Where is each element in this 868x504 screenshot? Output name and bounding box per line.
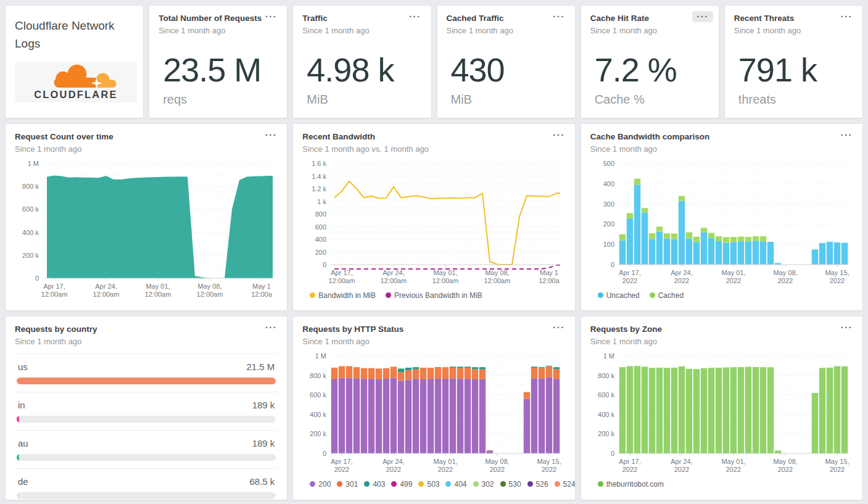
panel-recent-bandwidth: Recent Bandwidth Since 1 month ago vs. 1… <box>292 123 575 311</box>
panel-menu-button[interactable]: ··· <box>261 322 282 333</box>
country-bar-fill <box>17 492 19 499</box>
legend-item[interactable]: 301 <box>337 480 358 489</box>
zone-bar-chart: 0200 k400 k600 k800 k1 MApr 17,2022Apr 2… <box>590 349 853 478</box>
legend-dot-icon <box>598 292 603 298</box>
panel-menu-button[interactable]: ··· <box>837 130 858 141</box>
legend-dot-icon <box>337 481 342 487</box>
panel-title: Recent Bandwidth <box>302 132 565 143</box>
panel-menu-button[interactable]: ··· <box>548 130 569 141</box>
legend-label: Uncached <box>606 291 640 300</box>
svg-text:200: 200 <box>603 220 614 228</box>
legend-label: 404 <box>454 480 466 489</box>
svg-text:Apr 17,12:00am: Apr 17,12:00am <box>329 269 355 284</box>
legend-item[interactable]: 302 <box>473 480 494 489</box>
panel-cloudflare-logo: Cloudflare Network Logs CLOUDFLARE <box>5 5 144 118</box>
panel-subtitle: Since 1 month ago <box>447 26 566 35</box>
cloudflare-wordmark: CLOUDFLARE <box>34 89 118 100</box>
zone-legend: theburritobot.com <box>598 480 853 489</box>
svg-text:Apr 17,2022: Apr 17,2022 <box>331 458 353 473</box>
svg-text:May 15,2022: May 15,2022 <box>537 458 561 473</box>
legend-item[interactable]: 503 <box>418 480 439 489</box>
legend-dot-icon <box>650 292 655 298</box>
country-value: 189 k <box>252 438 275 448</box>
svg-text:0: 0 <box>35 275 39 282</box>
legend-item[interactable]: 404 <box>445 480 466 489</box>
stat-value: 791 k <box>738 51 853 89</box>
legend-dot-icon <box>527 481 533 487</box>
svg-text:Apr 24,2022: Apr 24,2022 <box>383 458 405 473</box>
svg-text:800: 800 <box>315 210 326 218</box>
country-row: au189 k <box>15 430 278 468</box>
svg-text:May 01,12:00am: May 01,12:00am <box>432 269 459 284</box>
panel-menu-button[interactable]: ··· <box>837 11 858 22</box>
panel-cached-traffic: Cached Traffic Since 1 month ago ··· 430… <box>437 5 576 118</box>
panel-title: Request Count over time <box>15 132 278 143</box>
panel-title: Total Number of Requests <box>159 14 278 24</box>
stat-block: 430 MiB <box>451 51 566 107</box>
legend-item[interactable]: Cached <box>650 291 684 300</box>
svg-text:500: 500 <box>603 160 614 167</box>
country-bar-track <box>17 416 276 423</box>
panel-menu-button[interactable]: ··· <box>692 11 713 22</box>
legend-item[interactable]: 530 <box>500 480 521 489</box>
country-value: 21.5 M <box>246 361 275 372</box>
legend-dot-icon <box>310 481 315 487</box>
panel-subtitle: Since 1 month ago <box>590 337 853 346</box>
panel-title: Cached Traffic <box>447 14 566 24</box>
stat-block: 791 k threats <box>738 51 853 107</box>
svg-text:800 k: 800 k <box>22 183 39 190</box>
legend-item[interactable]: theburritobot.com <box>598 480 664 489</box>
panel-cache-bandwidth: Cache Bandwidth comparison Since 1 month… <box>581 123 863 311</box>
svg-text:May 08,2022: May 08,2022 <box>486 458 510 473</box>
svg-text:May 01,12:00am: May 01,12:00am <box>145 283 172 298</box>
country-label: in <box>18 400 25 410</box>
country-row: us21.5 M <box>15 353 278 392</box>
legend-item[interactable]: 524 <box>555 480 576 489</box>
legend-label: 403 <box>373 480 385 489</box>
panel-subtitle: Since 1 month ago <box>302 26 421 35</box>
legend-item[interactable]: Uncached <box>598 291 640 300</box>
panel-request-count: Request Count over time Since 1 month ag… <box>5 123 287 311</box>
panel-menu-button[interactable]: ··· <box>261 11 282 22</box>
svg-text:Apr 17,12:00am: Apr 17,12:00am <box>41 283 68 298</box>
svg-text:100: 100 <box>603 241 614 248</box>
svg-text:Apr 24,12:00am: Apr 24,12:00am <box>93 283 120 298</box>
legend-item[interactable]: 200 <box>310 480 331 489</box>
http-status-legend: 200301403499503404302530526524 <box>310 480 565 489</box>
legend-item[interactable]: 526 <box>527 480 548 489</box>
svg-text:0: 0 <box>323 450 326 457</box>
panel-menu-button[interactable]: ··· <box>548 322 569 333</box>
svg-text:Apr 24,2022: Apr 24,2022 <box>671 458 692 473</box>
stat-unit: reqs <box>163 93 278 107</box>
legend-item[interactable]: Previous Bandwidth in MiB <box>386 291 482 300</box>
svg-text:May 08,12:00am: May 08,12:00am <box>197 283 223 298</box>
svg-text:May 15,2022: May 15,2022 <box>825 458 849 473</box>
stat-value: 23.5 M <box>163 51 278 89</box>
panel-subtitle: Since 1 month ago <box>590 26 709 35</box>
panel-menu-button[interactable]: ··· <box>548 11 569 22</box>
legend-item[interactable]: Bandwidth in MiB <box>310 291 376 300</box>
svg-text:1.4 k: 1.4 k <box>312 172 326 180</box>
country-label: au <box>18 438 28 448</box>
panel-menu-button[interactable]: ··· <box>837 322 858 333</box>
legend-label: Previous Bandwidth in MiB <box>394 291 482 300</box>
svg-text:400: 400 <box>603 180 614 188</box>
svg-text:600 k: 600 k <box>310 391 326 399</box>
legend-item[interactable]: 499 <box>391 480 412 489</box>
svg-text:400 k: 400 k <box>22 228 39 236</box>
charts-row-2: Requests by country Since 1 month ago ··… <box>5 316 863 500</box>
panel-subtitle: Since 1 month ago <box>159 26 278 35</box>
legend-label: Bandwidth in MiB <box>318 291 376 300</box>
panel-menu-button[interactable]: ··· <box>405 11 426 22</box>
stats-row: Cloudflare Network Logs CLOUDFLARE Total… <box>5 0 863 118</box>
cloudflare-logo-image: CLOUDFLARE <box>20 63 132 101</box>
svg-text:800 k: 800 k <box>310 371 326 379</box>
panel-menu-button[interactable]: ··· <box>261 130 282 141</box>
legend-item[interactable]: 403 <box>364 480 385 489</box>
stat-unit: MiB <box>451 93 566 107</box>
svg-text:400 k: 400 k <box>310 411 326 418</box>
charts-row-1: Request Count over time Since 1 month ag… <box>5 123 863 311</box>
svg-text:Apr 24,12:00am: Apr 24,12:00am <box>381 269 407 284</box>
panel-title: Traffic <box>302 14 421 24</box>
panel-requests-by-zone: Requests by Zone Since 1 month ago ··· 0… <box>581 316 863 500</box>
